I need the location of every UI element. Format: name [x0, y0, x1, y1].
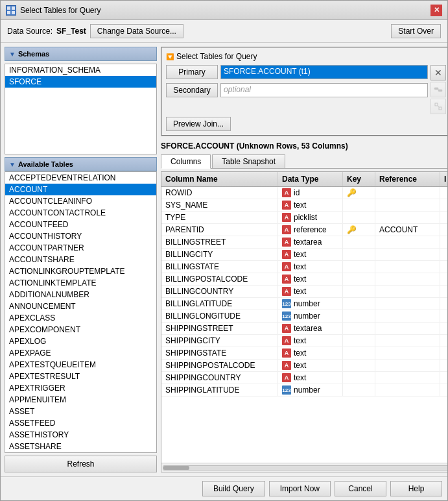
tables-list[interactable]: ACCEPTEDEVENTRELATION ACCOUNT ACCOUNTCLE… [5, 171, 157, 453]
dialog: Select Tables for Query ✕ Data Source: S… [0, 0, 448, 501]
table-row: SHIPPINGCOUNTRY A text [161, 372, 447, 384]
col-cell-i [440, 236, 447, 248]
table-row: SHIPPINGSTATE A text [161, 347, 447, 360]
table-item[interactable]: APEXTESTRESULT [5, 371, 156, 382]
table-item-selected[interactable]: ACCOUNT [5, 184, 156, 195]
table-item[interactable]: APEXPAGE [5, 347, 156, 359]
col-cell-name: BILLINGSTATE [161, 261, 278, 273]
col-cell-ref [375, 199, 440, 211]
col-type-text: textarea [294, 238, 322, 247]
table-item[interactable]: ASSIGNMENTRULE [5, 452, 156, 453]
tab-columns[interactable]: Columns [161, 154, 211, 169]
type-icon-a: A [282, 361, 291, 370]
secondary-button[interactable]: Secondary [166, 83, 218, 97]
type-icon-a: A [282, 188, 291, 197]
delete-side-button[interactable]: ✕ [430, 65, 446, 80]
tabs-bar: Columns Table Snapshot [161, 154, 447, 169]
change-datasource-button[interactable]: Change Data Source... [90, 24, 183, 38]
build-query-button[interactable]: Build Query [202, 481, 265, 496]
select-tables-section: 🔽 Select Tables for Query Primary SFORCE… [161, 47, 447, 136]
start-over-button[interactable]: Start Over [391, 24, 441, 38]
col-cell-type: A textarea [278, 236, 343, 248]
col-cell-i [440, 310, 447, 322]
col-cell-name: SHIPPINGLATITUDE [161, 384, 278, 396]
expand-side-button[interactable] [430, 99, 446, 114]
col-cell-i [440, 187, 447, 199]
col-cell-type: A id [278, 187, 343, 199]
col-type-text: number [294, 385, 320, 395]
table-row: SHIPPINGCITY A text [161, 335, 447, 347]
tab-table-snapshot[interactable]: Table Snapshot [212, 154, 285, 168]
table-item[interactable]: ACCOUNTPARTNER [5, 242, 156, 254]
table-item[interactable]: ACCOUNTSHARE [5, 254, 156, 265]
select-tables-header: 🔽 Select Tables for Query [166, 52, 446, 61]
table-row: SHIPPINGLATITUDE 123 number [161, 384, 447, 397]
type-icon-a: A [282, 262, 291, 271]
table-item[interactable]: APEXCLASS [5, 312, 156, 324]
col-cell-i [440, 323, 447, 334]
type-icon-a: A [282, 250, 291, 259]
title-bar: Select Tables for Query ✕ [1, 1, 447, 20]
col-cell-ref [375, 372, 440, 384]
schema-list[interactable]: INFORMATION_SCHEMA SFORCE [5, 64, 157, 154]
refresh-button[interactable]: Refresh [5, 456, 157, 472]
close-button[interactable]: ✕ [430, 5, 442, 16]
col-cell-ref [375, 298, 440, 310]
link-side-button[interactable] [430, 82, 446, 97]
import-now-button[interactable]: Import Now [269, 481, 331, 496]
available-tables-header: ▼ Available Tables [5, 157, 157, 171]
table-item[interactable]: ACCOUNTHISTORY [5, 230, 156, 242]
col-type-text: number [294, 312, 320, 321]
col-name-text: ROWID [165, 188, 192, 197]
table-item[interactable]: APEXLOG [5, 336, 156, 347]
col-cell-type: A picklist [278, 212, 343, 223]
col-header-name: Column Name [161, 172, 278, 186]
type-icon-a: A [282, 213, 291, 222]
table-item[interactable]: APEXTESTQUEUEITEM [5, 359, 156, 371]
table-item[interactable]: ASSETHISTORY [5, 429, 156, 441]
table-item[interactable]: ACTIONLINKGROUPTEMPLATE [5, 265, 156, 277]
table-item[interactable]: ACCEPTEDEVENTRELATION [5, 172, 156, 184]
scrollbar-thumb[interactable] [163, 466, 189, 470]
type-icon-a: A [282, 336, 291, 345]
table-item[interactable]: ACCOUNTCLEANINFO [5, 195, 156, 207]
table-row: BILLINGLONGITUDE 123 number [161, 310, 447, 323]
help-button[interactable]: Help [390, 481, 442, 496]
primary-table-input[interactable]: SFORCE.ACCOUNT (t1) [220, 65, 428, 79]
schema-item-selected[interactable]: SFORCE [5, 76, 156, 88]
col-body[interactable]: ROWID A id 🔑 SYS_NAME [161, 187, 447, 463]
col-cell-name: SHIPPINGPOSTALCODE [161, 360, 278, 371]
col-cell-i [440, 384, 447, 396]
col-cell-key [343, 310, 375, 322]
table-item[interactable]: ACCOUNTCONTACTROLE [5, 207, 156, 219]
table-item[interactable]: APPMENUITEM [5, 394, 156, 406]
table-item[interactable]: APEXTRIGGER [5, 382, 156, 394]
col-cell-key [343, 335, 375, 347]
col-cell-i [440, 261, 447, 273]
col-cell-name: BILLINGCITY [161, 249, 278, 260]
col-cell-ref [375, 335, 440, 347]
primary-button[interactable]: Primary [166, 65, 218, 79]
table-item[interactable]: ACTIONLINKTEMPLATE [5, 277, 156, 289]
table-item[interactable]: ACCOUNTFEED [5, 219, 156, 230]
col-header-datatype: Data Type [278, 172, 343, 186]
type-icon-a: A [282, 275, 291, 284]
col-cell-name: ROWID [161, 187, 278, 199]
select-tables-title: Select Tables for Query [176, 52, 257, 61]
col-type-text: text [294, 275, 306, 284]
table-item[interactable]: ASSET [5, 406, 156, 417]
type-icon-a: A [282, 324, 291, 333]
table-item[interactable]: ADDITIONALNUMBER [5, 289, 156, 300]
col-cell-key [343, 323, 375, 334]
horizontal-scrollbar[interactable] [161, 463, 447, 472]
schema-item[interactable]: INFORMATION_SCHEMA [5, 64, 156, 76]
table-item[interactable]: APEXCOMPONENT [5, 324, 156, 336]
table-item[interactable]: ANNOUNCEMENT [5, 300, 156, 312]
cancel-button[interactable]: Cancel [335, 481, 386, 496]
preview-join-button[interactable]: Preview Join... [166, 117, 231, 131]
col-cell-key: 🔑 [343, 224, 375, 236]
col-cell-type: A text [278, 360, 343, 371]
secondary-table-input[interactable]: optional [220, 83, 428, 97]
table-item[interactable]: ASSETFEED [5, 417, 156, 429]
table-item[interactable]: ASSETSHARE [5, 441, 156, 452]
